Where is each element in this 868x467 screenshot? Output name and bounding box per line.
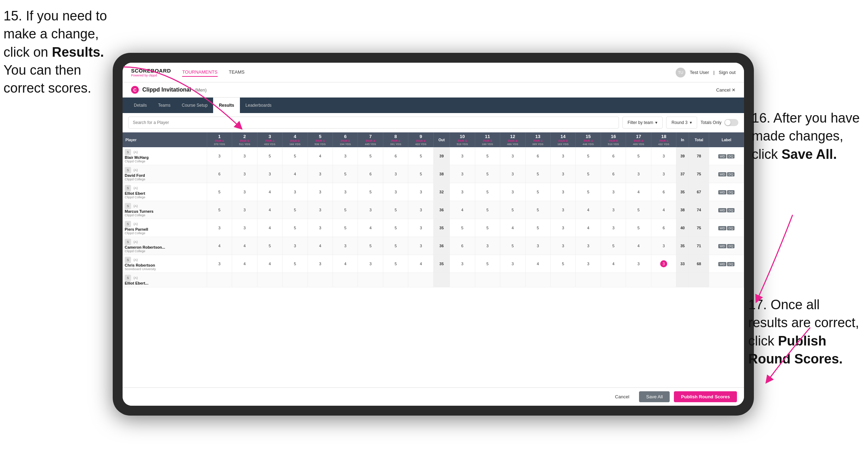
sub-nav-course-setup[interactable]: Course Setup [176,98,213,113]
score-hole-7[interactable]: 6 [358,165,383,183]
score-hole-15[interactable]: 5 [576,165,601,183]
score-hole-1[interactable]: 4 [207,237,232,255]
score-hole-15[interactable]: 5 [576,147,601,165]
score-hole-18[interactable]: 3 [651,255,676,273]
score-hole-5[interactable]: 3 [308,165,333,183]
score-hole-4[interactable]: 3 [283,237,308,255]
score-hole-7[interactable] [358,273,383,287]
score-hole-2[interactable]: 3 [232,201,257,219]
score-hole-11[interactable]: 5 [475,219,500,237]
score-hole-3[interactable]: 5 [257,147,282,165]
score-hole-11[interactable]: 5 [475,147,500,165]
score-hole-16[interactable]: 5 [601,237,626,255]
score-hole-10[interactable]: 4 [450,201,475,219]
score-hole-14[interactable]: 3 [550,219,575,237]
score-hole-17[interactable]: 5 [626,147,651,165]
score-hole-18[interactable]: 3 [651,147,676,165]
score-hole-4[interactable]: 5 [283,201,308,219]
score-hole-14[interactable]: 5 [550,255,575,273]
score-hole-8[interactable]: 5 [383,255,408,273]
score-hole-8[interactable]: 5 [383,201,408,219]
score-hole-13[interactable]: 5 [525,219,550,237]
score-hole-16[interactable]: 3 [601,201,626,219]
score-hole-3[interactable]: 5 [257,237,282,255]
score-hole-7[interactable]: 5 [358,147,383,165]
score-hole-6[interactable] [333,273,358,287]
score-hole-2[interactable]: 3 [232,183,257,201]
score-hole-10[interactable]: 3 [450,183,475,201]
score-hole-1[interactable]: 6 [207,165,232,183]
score-hole-10[interactable]: 5 [450,219,475,237]
sign-out-link[interactable]: Sign out [719,70,736,75]
score-hole-8[interactable]: 5 [383,237,408,255]
score-hole-6[interactable]: 4 [333,255,358,273]
score-hole-1[interactable]: 5 [207,201,232,219]
save-all-button[interactable]: Save All [639,391,670,402]
score-hole-3[interactable]: 4 [257,183,282,201]
score-hole-13[interactable]: 5 [525,165,550,183]
score-hole-8[interactable]: 3 [383,165,408,183]
score-hole-10[interactable]: 3 [450,147,475,165]
publish-round-scores-button[interactable]: Publish Round Scores [674,391,737,402]
score-hole-16[interactable]: 3 [601,183,626,201]
score-hole-7[interactable]: 5 [358,183,383,201]
score-hole-12[interactable]: 3 [500,183,525,201]
score-hole-8[interactable]: 6 [383,147,408,165]
score-hole-13[interactable]: 5 [525,201,550,219]
score-hole-17[interactable] [626,273,651,287]
score-hole-4[interactable]: 5 [283,147,308,165]
score-hole-2[interactable]: 4 [232,237,257,255]
score-hole-6[interactable]: 5 [333,201,358,219]
sub-nav-leaderboards[interactable]: Leaderboards [240,98,277,113]
score-hole-11[interactable] [475,273,500,287]
score-hole-3[interactable]: 4 [257,255,282,273]
score-hole-11[interactable]: 3 [475,237,500,255]
score-hole-4[interactable]: 5 [283,255,308,273]
score-hole-11[interactable]: 5 [475,165,500,183]
score-hole-5[interactable]: 3 [308,255,333,273]
sub-nav-results[interactable]: Results [213,98,240,113]
score-hole-12[interactable]: 3 [500,255,525,273]
score-hole-9[interactable]: 3 [408,237,433,255]
score-hole-5[interactable]: 3 [308,183,333,201]
score-hole-15[interactable]: 3 [576,237,601,255]
score-hole-7[interactable]: 3 [358,255,383,273]
sub-nav-teams[interactable]: Teams [153,98,176,113]
score-hole-6[interactable]: 5 [333,165,358,183]
score-hole-5[interactable]: 4 [308,237,333,255]
score-hole-1[interactable]: 5 [207,183,232,201]
score-hole-2[interactable]: 4 [232,255,257,273]
score-hole-9[interactable]: 5 [408,165,433,183]
score-hole-14[interactable] [550,273,575,287]
score-hole-5[interactable]: 4 [308,147,333,165]
score-hole-15[interactable]: 4 [576,219,601,237]
score-hole-16[interactable] [601,273,626,287]
score-hole-10[interactable]: 6 [450,237,475,255]
score-hole-1[interactable] [207,273,232,287]
score-hole-8[interactable] [383,273,408,287]
score-hole-6[interactable]: 3 [333,237,358,255]
score-hole-5[interactable] [308,273,333,287]
score-hole-7[interactable]: 3 [358,201,383,219]
score-hole-17[interactable]: 4 [626,183,651,201]
filter-by-team-button[interactable]: Filter by team ▾ [622,117,663,129]
score-hole-18[interactable]: 6 [651,219,676,237]
score-hole-14[interactable]: 3 [550,183,575,201]
score-hole-12[interactable]: 5 [500,201,525,219]
score-hole-17[interactable]: 4 [626,237,651,255]
score-hole-1[interactable]: 3 [207,219,232,237]
score-hole-1[interactable]: 3 [207,147,232,165]
score-hole-15[interactable]: 4 [576,201,601,219]
score-hole-12[interactable] [500,273,525,287]
score-hole-17[interactable]: 5 [626,219,651,237]
score-hole-18[interactable]: 3 [651,165,676,183]
search-input[interactable] [128,117,619,129]
score-hole-4[interactable]: 5 [283,219,308,237]
score-hole-16[interactable]: 6 [601,165,626,183]
totals-only-toggle[interactable] [724,119,738,126]
score-hole-10[interactable]: 3 [450,165,475,183]
score-hole-17[interactable]: 5 [626,201,651,219]
score-hole-18[interactable]: 4 [651,201,676,219]
score-hole-3[interactable]: 4 [257,201,282,219]
score-hole-6[interactable]: 3 [333,147,358,165]
